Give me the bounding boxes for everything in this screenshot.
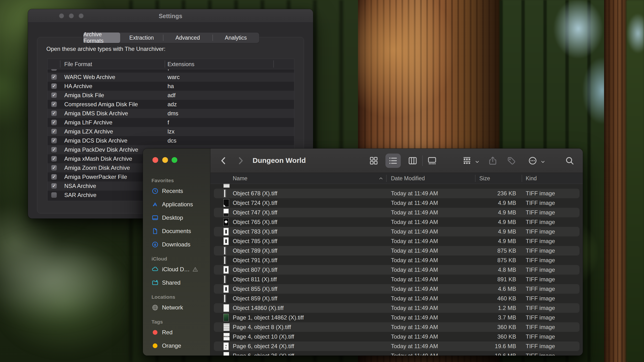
table-row[interactable]: Amiga LhF Archive f xyxy=(48,118,294,127)
file-row[interactable]: Object 724 (X).tiff Today at 11:49 AM 4.… xyxy=(210,198,583,208)
column-divider[interactable] xyxy=(475,175,476,182)
file-thumbnail-icon xyxy=(224,238,228,245)
column-header-size[interactable]: Size xyxy=(479,175,490,182)
settings-tab[interactable]: Advanced xyxy=(163,32,212,43)
sidebar-item[interactable]: Downloads xyxy=(150,239,206,250)
format-checkbox[interactable] xyxy=(51,83,57,89)
file-row[interactable]: Object 811 (X).tiff Today at 11:49 AM 89… xyxy=(210,275,583,284)
table-row[interactable]: Amiga LZX Archive lzx xyxy=(48,127,294,136)
sidebar-item[interactable]: Orange xyxy=(150,341,206,351)
search-button[interactable] xyxy=(565,156,574,165)
network-globe-icon xyxy=(152,302,159,313)
table-row[interactable]: Amiga DCS Disk Archive dcs xyxy=(48,136,294,145)
sidebar-item[interactable]: Applications xyxy=(150,199,206,210)
column-divider[interactable] xyxy=(60,60,60,67)
sort-ascending-icon[interactable] xyxy=(378,176,384,181)
column-divider[interactable] xyxy=(522,175,522,182)
file-row[interactable]: Object 785 (X).tiff Today at 11:49 AM 4.… xyxy=(210,236,583,246)
close-button[interactable] xyxy=(152,157,158,163)
format-checkbox[interactable] xyxy=(51,138,57,143)
column-header-kind[interactable]: Kind xyxy=(526,175,537,182)
column-view-button[interactable] xyxy=(408,156,418,165)
column-divider[interactable] xyxy=(273,60,274,67)
chevron-down-icon[interactable] xyxy=(540,159,546,165)
tags-button[interactable] xyxy=(506,156,516,165)
format-checkbox[interactable] xyxy=(51,156,57,162)
table-row[interactable]: , xyxy=(48,69,294,73)
file-row[interactable]: Object 859 (X).tiff Today at 11:49 AM 46… xyxy=(210,294,583,303)
column-divider[interactable] xyxy=(165,60,165,67)
window-title: Dungeon World xyxy=(252,156,306,165)
table-row[interactable]: Amiga DMS Disk Archive dms xyxy=(48,109,294,118)
format-checkbox[interactable] xyxy=(51,111,57,116)
file-row[interactable]: Page 1, object 14862 (X).tiff Today at 1… xyxy=(210,313,583,322)
format-checkbox[interactable] xyxy=(51,165,57,171)
finder-toolbar[interactable]: Dungeon World xyxy=(210,149,583,173)
column-header-file-format[interactable]: File Format xyxy=(64,61,92,67)
sidebar-item[interactable]: Recents xyxy=(150,186,206,196)
format-checkbox[interactable] xyxy=(51,129,57,134)
format-checkbox[interactable] xyxy=(51,147,57,153)
column-header-date-modified[interactable]: Date Modified xyxy=(391,175,425,182)
settings-tab[interactable]: Analytics xyxy=(212,32,259,43)
share-button[interactable] xyxy=(488,156,498,165)
chevron-down-icon[interactable] xyxy=(474,159,480,165)
sidebar-item[interactable]: Network xyxy=(150,302,206,313)
settings-tab[interactable]: Extraction xyxy=(120,32,163,43)
format-checkbox[interactable] xyxy=(51,101,57,107)
column-header-name[interactable]: Name xyxy=(233,175,247,182)
file-row[interactable]: Object 14860 (X).tiff Today at 11:49 AM … xyxy=(210,303,583,313)
section-title: iCloud xyxy=(152,256,206,262)
sidebar-item[interactable]: Red xyxy=(150,327,206,338)
file-row[interactable]: Object 783 (X).tiff Today at 11:49 AM 4.… xyxy=(210,227,583,236)
format-checkbox[interactable] xyxy=(51,92,57,98)
format-checkbox[interactable] xyxy=(51,192,57,198)
sidebar-item[interactable]: iCloud D… xyxy=(150,264,206,275)
list-header: Name Date Modified Size Kind xyxy=(210,173,583,184)
file-row[interactable]: Page 4, object 10 (X).tiff Today at 11:4… xyxy=(210,332,583,342)
sidebar-item-label: Applications xyxy=(162,201,193,208)
file-row[interactable]: Object 678 (X).tiff Today at 11:49 AM 23… xyxy=(210,189,583,198)
format-checkbox[interactable] xyxy=(51,74,57,80)
file-row[interactable]: Object 807 (X).tiff Today at 11:49 AM 4.… xyxy=(210,265,583,275)
format-checkbox[interactable] xyxy=(51,120,57,125)
sidebar-item[interactable]: Desktop xyxy=(150,213,206,223)
format-checkbox[interactable] xyxy=(51,183,57,189)
sidebar-item[interactable]: Shared xyxy=(150,278,206,288)
gallery-view-button[interactable] xyxy=(427,156,437,165)
column-divider[interactable] xyxy=(386,175,387,182)
format-checkbox[interactable] xyxy=(51,174,57,180)
format-name: Amiga LhF Archive xyxy=(64,119,112,126)
file-name: Page 6, object 24 (X).tiff xyxy=(233,343,294,350)
format-name: Amiga LZX Archive xyxy=(64,128,113,135)
forward-button[interactable] xyxy=(236,156,246,165)
file-row[interactable]: Object 855 (X).tiff Today at 11:49 AM 4.… xyxy=(210,284,583,294)
zoom-button[interactable] xyxy=(172,157,177,163)
file-row[interactable]: Object 747 (X).tiff Today at 11:49 AM 4.… xyxy=(210,208,583,217)
file-row[interactable]: Page 4, object 8 (X).tiff Today at 11:49… xyxy=(210,322,583,332)
file-kind: TIFF image xyxy=(526,353,555,356)
sidebar-item[interactable]: Documents xyxy=(150,226,206,236)
file-name: Object 14860 (X).tiff xyxy=(233,305,284,311)
group-by-button[interactable] xyxy=(462,156,472,165)
column-header-extensions[interactable]: Extensions xyxy=(168,61,194,67)
intro-text: Open these archive types with The Unarch… xyxy=(46,46,165,52)
table-row[interactable]: WARC Web Archive warc xyxy=(48,73,294,82)
more-actions-button[interactable] xyxy=(528,156,538,165)
file-row[interactable]: Object 789 (X).tiff Today at 11:49 AM 87… xyxy=(210,246,583,256)
minimize-button[interactable] xyxy=(162,157,168,163)
file-row[interactable] xyxy=(210,184,583,189)
file-row[interactable]: Object 791 (X).tiff Today at 11:49 AM 87… xyxy=(210,256,583,265)
back-button[interactable] xyxy=(219,156,228,165)
settings-tab[interactable]: Archive Formats xyxy=(84,32,120,43)
list-view-button[interactable] xyxy=(388,156,398,165)
icon-view-button[interactable] xyxy=(369,156,378,165)
file-row[interactable]: Page 6, object 26 (X).tiff Today at 11:4… xyxy=(210,351,583,356)
format-checkbox[interactable] xyxy=(51,69,57,71)
table-row[interactable]: Compressed Amiga Disk File adz xyxy=(48,100,294,109)
settings-titlebar[interactable]: Settings xyxy=(28,9,313,23)
table-row[interactable]: Amiga Disk File adf xyxy=(48,91,294,100)
file-row[interactable]: Object 765 (X).tiff Today at 11:49 AM 4.… xyxy=(210,217,583,227)
table-row[interactable]: HA Archive ha xyxy=(48,82,294,91)
file-row[interactable]: Page 6, object 24 (X).tiff Today at 11:4… xyxy=(210,342,583,351)
